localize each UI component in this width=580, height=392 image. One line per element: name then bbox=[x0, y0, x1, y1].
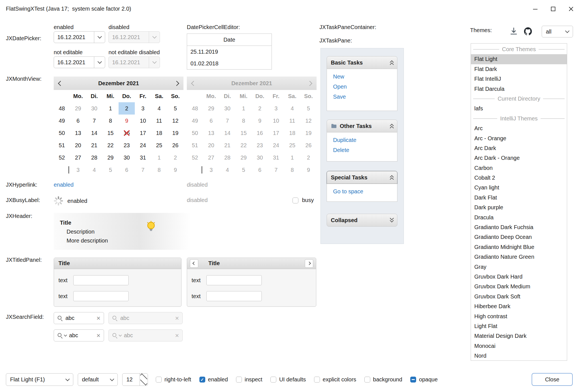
checkbox-opaque[interactable]: opaque bbox=[410, 376, 438, 383]
theme-item[interactable]: Nord bbox=[471, 351, 567, 361]
chevron-down-icon[interactable] bbox=[64, 333, 67, 336]
calendar-day[interactable]: 7 bbox=[135, 164, 151, 176]
checkbox-box[interactable] bbox=[410, 377, 416, 383]
busy-checkbox[interactable] bbox=[293, 198, 298, 203]
search-field-enabled[interactable]: abc × bbox=[54, 312, 104, 324]
calendar-day[interactable]: 12 bbox=[167, 115, 183, 127]
checkbox-enabled[interactable]: ✓enabled bbox=[199, 376, 228, 383]
calendar-day[interactable]: 30 bbox=[86, 102, 102, 115]
calendar-day[interactable]: 18 bbox=[151, 127, 167, 139]
calendar-day[interactable]: 20 bbox=[70, 139, 86, 151]
datepicker-dropdown-button[interactable] bbox=[94, 32, 105, 43]
theme-item[interactable]: Gruvbox Dark Soft bbox=[471, 292, 567, 301]
datepicker-not-editable[interactable]: 16.12.2021 bbox=[54, 56, 105, 68]
maximize-button[interactable] bbox=[544, 0, 562, 18]
calendar-day[interactable]: 27 bbox=[70, 151, 86, 164]
taskpane-link[interactable]: Go to space bbox=[333, 186, 397, 196]
theme-item[interactable]: Arc bbox=[471, 123, 567, 133]
minimize-button[interactable] bbox=[526, 0, 544, 18]
theme-item[interactable]: Cyan light bbox=[471, 183, 567, 193]
theme-item[interactable]: Gruvbox Dark Hard bbox=[471, 272, 567, 282]
calendar-day[interactable]: 1 bbox=[151, 151, 167, 164]
checkbox-box[interactable] bbox=[314, 377, 320, 383]
calendar-day[interactable]: 30 bbox=[119, 151, 135, 164]
search-value[interactable]: abc bbox=[65, 315, 94, 321]
checkbox-box[interactable] bbox=[364, 377, 370, 383]
theme-item[interactable]: Arc Dark - Orange bbox=[471, 153, 567, 163]
calendar-day[interactable]: 10 bbox=[135, 115, 151, 127]
prev-button[interactable] bbox=[190, 259, 198, 268]
theme-item[interactable]: Dracula bbox=[471, 213, 567, 222]
checkbox-box[interactable] bbox=[270, 377, 276, 383]
themes-filter-combo[interactable]: all bbox=[542, 26, 573, 37]
checkbox-background[interactable]: background bbox=[364, 376, 402, 383]
calendar-day[interactable]: 6 bbox=[70, 115, 86, 127]
search-field-with-menu[interactable]: abc × bbox=[54, 329, 104, 341]
close-button[interactable]: Close bbox=[532, 373, 573, 386]
taskpane-link[interactable]: Save bbox=[333, 92, 397, 102]
taskpane-header[interactable]: Other Tasks bbox=[327, 120, 397, 132]
calendar-day[interactable]: 9 bbox=[167, 164, 183, 176]
calendar-day[interactable]: 26 bbox=[167, 139, 183, 151]
font-size-value[interactable]: 12 bbox=[122, 374, 140, 386]
calendar-day[interactable]: 24 bbox=[135, 139, 151, 151]
theme-item[interactable]: Dark Flat bbox=[471, 193, 567, 203]
taskpane-link[interactable]: Open bbox=[333, 82, 397, 92]
spinner-down-button[interactable] bbox=[140, 380, 148, 386]
text-input[interactable] bbox=[206, 291, 262, 301]
theme-item[interactable]: Flat IntelliJ bbox=[471, 74, 567, 84]
taskpane-link[interactable]: Duplicate bbox=[333, 135, 397, 145]
calendar-day[interactable]: 16 bbox=[119, 127, 135, 139]
calendar-day[interactable]: 4 bbox=[151, 102, 167, 115]
theme-item[interactable]: Hiberbee Dark bbox=[471, 301, 567, 311]
collapse-icon[interactable] bbox=[390, 175, 393, 180]
calendar-day[interactable]: 5 bbox=[102, 164, 119, 176]
prev-month-icon[interactable] bbox=[59, 80, 62, 87]
datepicker-value[interactable]: 16.12.2021 bbox=[54, 32, 94, 43]
checkbox-right-to-left[interactable]: right-to-left bbox=[156, 376, 191, 383]
calendar-day[interactable]: 21 bbox=[86, 139, 102, 151]
theme-item[interactable]: Flat Dark bbox=[471, 64, 567, 74]
calendar-day[interactable]: 13 bbox=[70, 127, 86, 139]
datepicker-enabled[interactable]: 16.12.2021 bbox=[54, 31, 105, 43]
theme-item[interactable]: Flat Darcula bbox=[471, 84, 567, 94]
next-button[interactable] bbox=[305, 259, 313, 268]
calendar-day[interactable]: 5 bbox=[167, 102, 183, 115]
theme-item[interactable]: Dark purple bbox=[471, 203, 567, 212]
calendar-day[interactable]: 2 bbox=[119, 102, 135, 115]
download-themes-button[interactable] bbox=[508, 25, 520, 37]
taskpane-header[interactable]: Collapsed bbox=[327, 214, 397, 227]
github-button[interactable] bbox=[522, 25, 534, 37]
datepicker-dropdown-button[interactable] bbox=[94, 57, 105, 68]
calendar-day[interactable]: 19 bbox=[167, 127, 183, 139]
checkbox-box[interactable] bbox=[156, 377, 162, 383]
calendar-day[interactable]: 14 bbox=[86, 127, 102, 139]
font-size-spinner[interactable]: 12 bbox=[122, 373, 148, 386]
calendar-day[interactable]: 9 bbox=[119, 115, 135, 127]
taskpane-link[interactable]: New bbox=[333, 72, 397, 82]
theme-item[interactable]: Gruvbox Dark Medium bbox=[471, 282, 567, 291]
theme-item[interactable]: Gradianto Midnight Blue bbox=[471, 242, 567, 252]
calendar-day[interactable]: 29 bbox=[70, 102, 86, 115]
theme-item[interactable]: Carbon bbox=[471, 163, 567, 173]
clear-icon[interactable]: × bbox=[96, 315, 100, 322]
theme-item[interactable]: Cobalt 2 bbox=[471, 173, 567, 183]
theme-item[interactable]: Gradianto Deep Ocean bbox=[471, 232, 567, 242]
calendar-day[interactable]: 1 bbox=[102, 102, 119, 115]
collapse-icon[interactable] bbox=[390, 60, 393, 65]
theme-item[interactable]: lafs bbox=[471, 104, 567, 113]
table-row[interactable]: 01.02.2018 bbox=[187, 58, 272, 69]
calendar-day[interactable]: 8 bbox=[151, 164, 167, 176]
checkbox-explicit-colors[interactable]: explicit colors bbox=[314, 376, 356, 383]
table-row[interactable]: 25.11.2019 bbox=[187, 46, 272, 58]
theme-item[interactable]: Material Design Dark bbox=[471, 331, 567, 341]
theme-item[interactable]: Light Flat bbox=[471, 321, 567, 331]
collapse-icon[interactable] bbox=[390, 124, 393, 128]
theme-item[interactable]: Arc Dark bbox=[471, 143, 567, 153]
font-combo[interactable]: default bbox=[78, 373, 118, 386]
close-window-button[interactable] bbox=[562, 0, 580, 18]
calendar-day[interactable]: 15 bbox=[102, 127, 119, 139]
calendar-day[interactable]: 11 bbox=[151, 115, 167, 127]
text-input[interactable] bbox=[206, 275, 262, 285]
text-input[interactable] bbox=[73, 291, 129, 301]
